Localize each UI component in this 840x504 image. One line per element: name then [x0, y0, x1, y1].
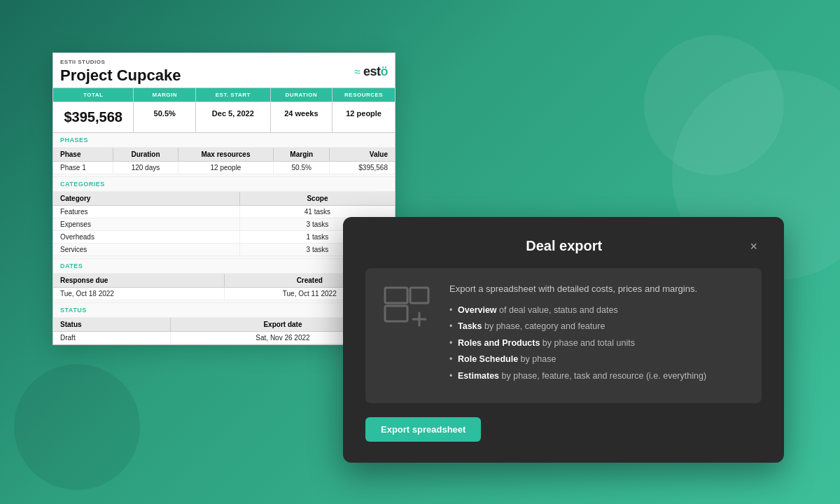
- categories-section-label: CATEGORIES: [53, 177, 395, 192]
- date-due: Tue, Oct 18 2022: [53, 288, 224, 300]
- modal-footer: Export spreadsheet: [365, 417, 762, 442]
- phase-value: $395,568: [330, 162, 395, 174]
- modal-feature-list: Overview of deal value, status and dates…: [449, 304, 748, 383]
- table-row: Phase 1 120 days 12 people 50.5% $395,56…: [53, 162, 395, 174]
- cat-scope: 41 tasks: [239, 206, 395, 218]
- cat-name: Overheads: [53, 231, 239, 244]
- phase-duration: 120 days: [113, 162, 178, 174]
- phase-margin: 50.5%: [274, 162, 330, 174]
- stat-val-start: Dec 5, 2022: [196, 102, 270, 132]
- list-item: Tasks by phase, category and feature: [449, 321, 748, 333]
- modal-body: Export a spreadsheet with detailed costs…: [365, 268, 762, 403]
- phases-col-duration: Duration: [113, 148, 178, 162]
- stats-values-row: $395,568 50.5% Dec 5, 2022 24 weeks 12 p…: [53, 102, 395, 133]
- table-row: Features 41 tasks: [53, 206, 395, 218]
- logo-waves-icon: ≈: [354, 66, 360, 78]
- list-item: Overview of deal value, status and dates: [449, 304, 748, 317]
- list-item: Estimates by phase, feature, task and re…: [449, 370, 748, 383]
- stat-header-margin: MARGIN: [134, 88, 196, 102]
- cat-name: Services: [53, 244, 239, 256]
- list-item: Role Schedule by phase: [449, 354, 748, 366]
- stat-header-duration: DURATION: [271, 88, 333, 102]
- status-col-status: Status: [53, 318, 170, 332]
- modal-header: Deal export ×: [365, 238, 762, 254]
- svg-rect-0: [385, 288, 407, 303]
- list-item: Roles and Products by phase and total un…: [449, 337, 748, 350]
- stat-val-resources: 12 people: [332, 102, 395, 132]
- sheet-company: ESTII STUDIOS: [60, 59, 181, 65]
- cat-col-category: Category: [53, 192, 239, 206]
- stat-val-duration: 24 weeks: [271, 102, 333, 132]
- stat-header-start: EST. START: [196, 88, 270, 102]
- stat-header-total: TOTAL: [53, 88, 134, 102]
- phase-name: Phase 1: [53, 162, 113, 174]
- stats-header-row: TOTAL MARGIN EST. START DURATION RESOURC…: [53, 88, 395, 102]
- modal-title: Deal export: [382, 238, 746, 254]
- phases-col-phase: Phase: [53, 148, 113, 162]
- cat-col-scope: Scope: [239, 192, 395, 206]
- svg-rect-2: [385, 306, 407, 321]
- cat-name: Features: [53, 206, 239, 218]
- export-spreadsheet-button[interactable]: Export spreadsheet: [365, 417, 481, 442]
- modal-content: Export a spreadsheet with detailed costs…: [449, 282, 748, 386]
- status-value: Draft: [53, 332, 170, 344]
- cat-name: Expenses: [53, 218, 239, 231]
- phase-maxres: 12 people: [178, 162, 273, 174]
- stat-val-margin: 50.5%: [134, 102, 196, 132]
- svg-rect-1: [410, 288, 428, 303]
- dates-col-due: Response due: [53, 274, 224, 288]
- phases-table: Phase Duration Max resources Margin Valu…: [53, 148, 395, 174]
- stat-header-resources: RESOURCES: [332, 88, 395, 102]
- logo-text: estö: [363, 64, 388, 79]
- stat-val-total: $395,568: [53, 102, 134, 132]
- phases-col-margin: Margin: [274, 148, 330, 162]
- phases-col-value: Value: [330, 148, 395, 162]
- sheet-title: Project Cupcake: [60, 66, 181, 85]
- phases-section-label: PHASES: [53, 133, 395, 148]
- modal-close-button[interactable]: ×: [746, 239, 762, 254]
- deal-export-modal: Deal export × Export a spreadsheet with …: [343, 217, 784, 463]
- phases-col-maxres: Max resources: [178, 148, 273, 162]
- sheet-header: ESTII STUDIOS Project Cupcake ≈ estö: [53, 53, 395, 88]
- modal-description: Export a spreadsheet with detailed costs…: [449, 282, 748, 296]
- spreadsheet-add-icon: [379, 282, 435, 338]
- sheet-logo: ≈ estö: [354, 64, 388, 79]
